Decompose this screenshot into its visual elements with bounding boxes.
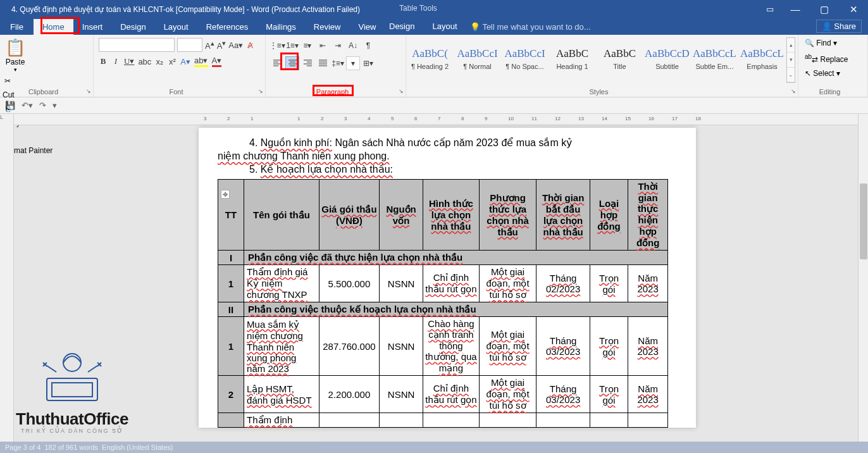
paste-icon: 📋 — [3, 38, 28, 58]
tab-references[interactable]: References — [197, 19, 257, 35]
shrink-font-button[interactable]: A▾ — [217, 39, 226, 51]
tab-table-layout[interactable]: Layout — [423, 18, 466, 34]
numbering-button[interactable]: 1≡▾ — [285, 39, 299, 53]
style-item[interactable]: AaBbCHeading 1 — [549, 36, 596, 82]
tell-me-search[interactable]: 💡 Tell me what you want to do... — [464, 19, 597, 35]
text-effects-button[interactable]: A▾ — [180, 57, 190, 66]
page-indicator[interactable]: Page 3 of 4 — [5, 444, 40, 451]
font-name-combo[interactable] — [99, 38, 175, 52]
paragraph-launcher-icon[interactable]: ↘ — [399, 88, 404, 94]
justify-button[interactable] — [316, 56, 330, 70]
close-button[interactable]: ✕ — [839, 0, 868, 18]
italic-button[interactable]: I — [111, 56, 120, 66]
watermark-tagline: TRI KỶ CỦA DÂN CÔNG SỞ — [16, 428, 128, 434]
style-item[interactable]: AaBbCcLEmphasis — [738, 36, 786, 82]
restore-button[interactable]: ▢ — [810, 0, 839, 18]
borders-button[interactable]: ⊞▾ — [361, 56, 375, 70]
ribbon-display-options-icon[interactable]: ▭ — [760, 0, 779, 18]
paste-button[interactable]: 📋 Paste ▾ — [3, 37, 28, 73]
group-editing: 🔍 Find ▾ ab⇄ Replace ↖ Select ▾ Editing — [798, 35, 868, 97]
vertical-ruler[interactable]: L — [0, 114, 14, 442]
styles-scroll[interactable]: ▴▾⌄ — [786, 37, 795, 83]
subscript-button[interactable]: x₂ — [155, 57, 164, 66]
increase-indent-button[interactable]: ⇥ — [331, 39, 345, 53]
document-area: L 321123456789101112131415161718 4. Nguồ… — [0, 114, 868, 442]
word-count[interactable]: 182 of 961 words — [44, 444, 97, 451]
group-clipboard: 📋 Paste ▾ ✂Cut ⎘Copy 🖌Format Painter Cli… — [0, 35, 94, 97]
multilevel-button[interactable]: ≡▾ — [301, 39, 314, 53]
editing-label: Editing — [798, 88, 861, 96]
style-item[interactable]: AaBbCcLSubtle Em... — [691, 36, 738, 82]
horizontal-ruler[interactable]: 321123456789101112131415161718 — [14, 114, 868, 125]
group-font: A▴ A▾ Aa▾ A̷ B I U▾ abc x₂ x² A▾ ab▾ A▾ … — [94, 35, 266, 97]
tab-table-design[interactable]: Design — [380, 18, 423, 34]
strikethrough-button[interactable]: abc — [138, 57, 151, 66]
clipboard-launcher-icon[interactable]: ↘ — [86, 88, 91, 94]
replace-button[interactable]: ab⇄ Replace — [801, 50, 865, 66]
style-item[interactable]: AaBbC(¶ Heading 2 — [406, 36, 454, 82]
ribbon: 📋 Paste ▾ ✂Cut ⎘Copy 🖌Format Painter Cli… — [0, 35, 868, 97]
style-item[interactable]: AaBbCTitle — [596, 36, 643, 82]
table-tools-label: Table Tools — [390, 0, 446, 18]
styles-launcher-icon[interactable]: ↘ — [791, 88, 796, 94]
highlight-button[interactable]: ab▾ — [194, 56, 208, 67]
svg-rect-17 — [52, 383, 92, 397]
group-styles: AaBbC(¶ Heading 2AaBbCcI¶ NormalAaBbCcI¶… — [406, 35, 798, 97]
style-item[interactable]: AaBbCcDSubtitle — [643, 36, 691, 82]
quick-access-toolbar: 💾 ↶▾ ↷ ▾ — [0, 97, 868, 114]
table-section-row: I Phần công việc đã thực hiện lựa chọn n… — [218, 251, 668, 265]
table-header-row: TT Tên gói thầu Giá gói thầu (VNĐ) Nguồn… — [218, 180, 668, 251]
table-row: 1 Mua sắm kỷ niệm chương Thanh niên xung… — [218, 317, 668, 376]
font-color-button[interactable]: A▾ — [212, 56, 222, 67]
minimize-button[interactable]: — — [781, 0, 810, 18]
bold-button[interactable]: B — [99, 56, 108, 66]
change-case-button[interactable]: Aa▾ — [228, 40, 243, 50]
table-row: Thẩm định — [218, 413, 668, 428]
scrollbar-thumb[interactable] — [860, 183, 867, 259]
sort-button[interactable]: A↓ — [346, 39, 360, 53]
decrease-indent-button[interactable]: ⇤ — [316, 39, 330, 53]
style-item[interactable]: AaBbCcI¶ No Spac... — [501, 36, 549, 82]
find-button[interactable]: 🔍 Find ▾ — [801, 36, 865, 50]
font-label: Font — [94, 88, 259, 96]
font-size-combo[interactable] — [177, 38, 202, 52]
watermark-brand: ThuthuatOffice — [16, 409, 128, 429]
underline-button[interactable]: U▾ — [124, 56, 134, 66]
doc-line-1: 4. Nguồn kinh phí: Ngân sách Nhà nước cấ… — [218, 137, 677, 149]
svg-line-20 — [88, 366, 97, 372]
tab-design[interactable]: Design — [111, 19, 154, 35]
svg-line-19 — [47, 366, 56, 372]
cut-icon: ✂ — [3, 74, 13, 88]
doc-line-3: 5. Kế hoạch lựa chọn nhà thầu: — [218, 163, 677, 175]
table-row: 1 Thẩm định giá Kỷ niệm chương TNXP 5.50… — [218, 265, 668, 302]
grow-font-button[interactable]: A▴ — [205, 39, 214, 51]
paragraph-label: Paragraph — [266, 88, 399, 96]
title-bar: 4. Quyết định phê duyệt dự toán và KHLCN… — [0, 0, 868, 18]
group-paragraph: ⋮≡▾ 1≡▾ ≡▾ ⇤ ⇥ A↓ ¶ ‡≡▾ ▾ ⊞▾ Paragraph ↘ — [266, 35, 406, 97]
language-indicator[interactable]: English (United States) — [102, 444, 173, 451]
bullets-button[interactable]: ⋮≡▾ — [270, 39, 284, 53]
clear-formatting-button[interactable]: A̷ — [245, 40, 254, 50]
styles-label: Styles — [406, 88, 791, 96]
superscript-button[interactable]: x² — [168, 57, 177, 66]
share-button[interactable]: 👤 Share — [816, 20, 862, 33]
shading-button[interactable]: ▾ — [346, 56, 360, 70]
font-launcher-icon[interactable]: ↘ — [258, 88, 263, 94]
table-row: 2 Lập HSMT, đánh giá HSDT 2.200.000 NSNN… — [218, 376, 668, 413]
ribbon-tabs: File Home Insert Design Layout Reference… — [0, 18, 868, 35]
table-move-handle-icon[interactable]: ✥ — [221, 190, 230, 199]
show-hide-button[interactable]: ¶ — [361, 39, 375, 53]
align-right-button[interactable] — [301, 56, 314, 70]
tab-mailings[interactable]: Mailings — [257, 19, 305, 35]
select-button[interactable]: ↖ Select ▾ — [801, 66, 865, 80]
watermark-logo-icon — [16, 344, 128, 409]
tab-layout[interactable]: Layout — [155, 19, 197, 35]
tab-file[interactable]: File — [0, 19, 34, 35]
document-page[interactable]: 4. Nguồn kinh phí: Ngân sách Nhà nước cấ… — [199, 128, 696, 428]
line-spacing-button[interactable]: ‡≡▾ — [331, 56, 345, 70]
doc-line-2: niệm chương Thanh niên xung phong. — [218, 150, 677, 162]
plan-table[interactable]: TT Tên gói thầu Giá gói thầu (VNĐ) Nguồn… — [218, 179, 668, 428]
tab-review[interactable]: Review — [305, 19, 350, 35]
vertical-scrollbar[interactable] — [858, 114, 868, 442]
style-item[interactable]: AaBbCcI¶ Normal — [454, 36, 501, 82]
